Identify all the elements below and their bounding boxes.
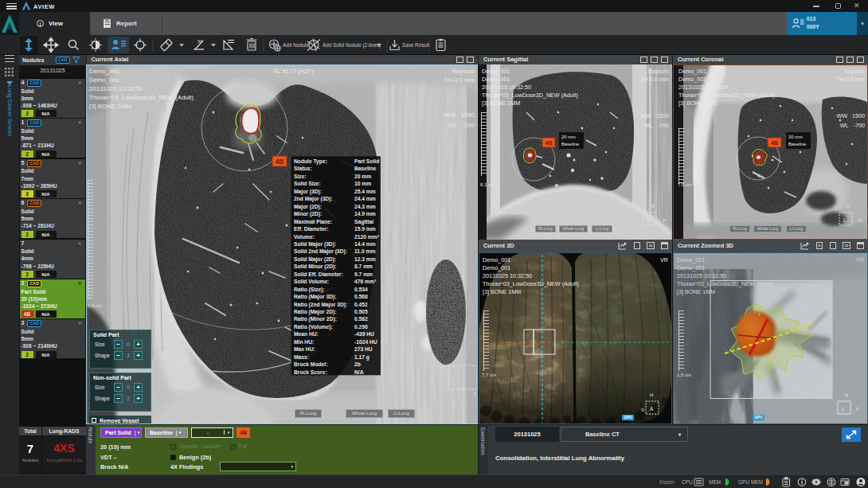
svg-text:2nd Major (3D):: 2nd Major (3D):: [294, 196, 333, 202]
svg-text:11.0 mm: 11.0 mm: [354, 248, 375, 254]
svg-text:Mass:: Mass:: [294, 353, 309, 359]
svg-text:Ratio (Major 3D):: Ratio (Major 3D):: [294, 294, 337, 300]
svg-text:Ratio (Volume):: Ratio (Volume):: [294, 323, 333, 330]
svg-text:WL -700: WL -700: [448, 122, 475, 129]
svg-text:Ratio (Size):: Ratio (Size):: [294, 286, 325, 292]
svg-text:Demo_001: Demo_001: [678, 76, 706, 83]
svg-text:Raysum: Raysum: [648, 68, 669, 75]
svg-text:-439 HU: -439 HU: [354, 331, 374, 337]
svg-text:Thorax^03_LowDose3D_NEW (Adult: Thorax^03_LowDose3D_NEW (Adult): [677, 280, 773, 287]
svg-text:0.534: 0.534: [354, 286, 368, 291]
svg-text:WW 1500: WW 1500: [640, 112, 669, 119]
svg-text:Master: Master: [659, 479, 676, 485]
svg-text:Add Solid Nodule (2-lines): Add Solid Nodule (2-lines): [323, 42, 381, 49]
svg-text:24.4 mm: 24.4 mm: [354, 196, 376, 201]
svg-text:Thorax^03_LowDose3D_NEW (Adult: Thorax^03_LowDose3D_NEW (Adult): [89, 94, 194, 101]
svg-text:Ratio (Major 2D):: Ratio (Major 2D):: [294, 309, 337, 315]
svg-text:2b: 2b: [354, 361, 361, 367]
svg-text:H: H: [845, 392, 848, 397]
svg-text:4B: 4B: [545, 139, 553, 146]
svg-text:MEM: MEM: [709, 479, 721, 485]
svg-text:Size:: Size:: [294, 173, 307, 178]
svg-text:Solid Eff. Diameter:: Solid Eff. Diameter:: [294, 271, 343, 276]
svg-text:L: L: [843, 217, 846, 223]
svg-text:Raysum: Raysum: [452, 68, 475, 75]
svg-text:H: H: [846, 204, 850, 209]
svg-text:0.452: 0.452: [354, 301, 368, 306]
svg-text:Demo_001: Demo_001: [677, 264, 705, 271]
svg-text:Save Result: Save Result: [402, 42, 429, 48]
svg-text:[3] BONE 1MM: [3] BONE 1MM: [678, 100, 717, 107]
svg-text:Demo_001: Demo_001: [483, 256, 510, 264]
svg-text:20 mm: 20 mm: [788, 135, 803, 139]
svg-text:90: 90: [197, 39, 202, 44]
svg-text:TH 0.0 mm: TH 0.0 mm: [640, 76, 669, 83]
svg-text:Demo_001: Demo_001: [678, 68, 706, 75]
svg-text:20131025 10:32:50: 20131025 10:32:50: [483, 272, 532, 279]
svg-text:Brock Model:: Brock Model:: [294, 361, 327, 367]
svg-text:VR: VR: [660, 256, 668, 264]
svg-text:Thorax^03_LowDose3D_NEW (Adult: Thorax^03_LowDose3D_NEW (Adult): [678, 92, 775, 99]
svg-text:12.3 mm: 12.3 mm: [354, 256, 376, 261]
svg-text:H: H: [650, 392, 653, 397]
svg-text:Maximal Plane:: Maximal Plane:: [294, 218, 332, 224]
svg-text:Demo_001: Demo_001: [483, 264, 510, 271]
svg-text:Brock Score:: Brock Score:: [294, 369, 327, 374]
svg-text:VR: VR: [856, 256, 864, 264]
svg-text:TH 0.0 mm: TH 0.0 mm: [444, 76, 475, 84]
svg-text:Part Solid: Part Solid: [354, 158, 379, 164]
svg-text:20131025 10:32:50: 20131025 10:32:50: [482, 84, 531, 91]
svg-text:SL #177 (H2F): SL #177 (H2F): [273, 68, 314, 75]
svg-text:24.3 mm: 24.3 mm: [354, 203, 376, 209]
svg-text:1.17 g: 1.17 g: [354, 353, 369, 360]
svg-text:[3] BONE 1MM: [3] BONE 1MM: [482, 100, 520, 107]
svg-text:Demo_001: Demo_001: [482, 76, 510, 83]
svg-text:Nodule Type:: Nodule Type:: [294, 158, 327, 165]
svg-text:20 mm: 20 mm: [354, 173, 371, 178]
svg-text:Thorax^03_LowDose3D_NEW (Adult: Thorax^03_LowDose3D_NEW (Adult): [482, 92, 578, 99]
svg-text:20131025 10:32:50: 20131025 10:32:50: [678, 84, 728, 91]
svg-text:Mean HU:: Mean HU:: [294, 331, 319, 337]
svg-text:Eff. Diameter:: Eff. Diameter:: [294, 226, 328, 232]
svg-text:Thorax^03_LowDose3D_NEW (Adult: Thorax^03_LowDose3D_NEW (Adult): [483, 280, 579, 287]
svg-text:20131025 10:32:50: 20131025 10:32:50: [89, 85, 143, 92]
svg-text:Major (3D):: Major (3D):: [294, 188, 322, 194]
svg-text:0.505: 0.505: [354, 309, 368, 314]
svg-text:Ratio (2nd Major 3D):: Ratio (2nd Major 3D):: [294, 301, 347, 307]
svg-text:P: P: [856, 407, 859, 412]
svg-text:P: P: [663, 218, 666, 223]
svg-text:Status:: Status:: [294, 166, 312, 171]
svg-text:Demo_001: Demo_001: [89, 76, 119, 84]
svg-text:CPU: CPU: [682, 479, 693, 485]
svg-text:Volume:: Volume:: [294, 233, 315, 239]
svg-text:Solid Major (3D):: Solid Major (3D):: [294, 240, 336, 247]
svg-text:L: L: [842, 406, 845, 412]
svg-text:-1024 HU: -1024 HU: [354, 338, 377, 344]
svg-text:10 mm: 10 mm: [354, 181, 371, 186]
svg-text:Solid Major (2D):: Solid Major (2D):: [294, 256, 336, 262]
svg-text:8.7 mm: 8.7 mm: [354, 264, 373, 269]
svg-text:0.582: 0.582: [354, 316, 368, 322]
svg-text:14.9 mm: 14.9 mm: [354, 211, 376, 217]
svg-text:0.290: 0.290: [354, 323, 368, 329]
svg-text:25.4 mm: 25.4 mm: [354, 188, 376, 193]
svg-text:2120 mm³: 2120 mm³: [354, 233, 380, 239]
svg-text:4B: 4B: [771, 139, 779, 146]
svg-text:P: P: [858, 218, 862, 223]
svg-text:Demo_001: Demo_001: [89, 68, 119, 75]
svg-text:9.7 mm: 9.7 mm: [354, 271, 373, 276]
svg-text:[3] BONE 1MM: [3] BONE 1MM: [677, 288, 715, 295]
svg-text:Demo_001: Demo_001: [677, 256, 705, 264]
svg-text:Demo_001: Demo_001: [482, 68, 510, 75]
svg-text:[3] BONE 1MM: [3] BONE 1MM: [89, 103, 131, 110]
svg-text:Raysum: Raysum: [844, 68, 865, 75]
svg-text:WL -700: WL -700: [840, 122, 865, 129]
svg-text:Solid Volume:: Solid Volume:: [294, 279, 329, 284]
svg-text:R: R: [641, 408, 645, 412]
svg-text:0.568: 0.568: [354, 294, 368, 299]
svg-text:14.4 mm: 14.4 mm: [354, 240, 376, 246]
svg-text:TH 0.0 mm: TH 0.0 mm: [836, 76, 865, 83]
svg-text:273 HU: 273 HU: [354, 346, 373, 352]
svg-text:Solid Size:: Solid Size:: [294, 181, 321, 186]
svg-text:Baseline: Baseline: [354, 166, 377, 171]
